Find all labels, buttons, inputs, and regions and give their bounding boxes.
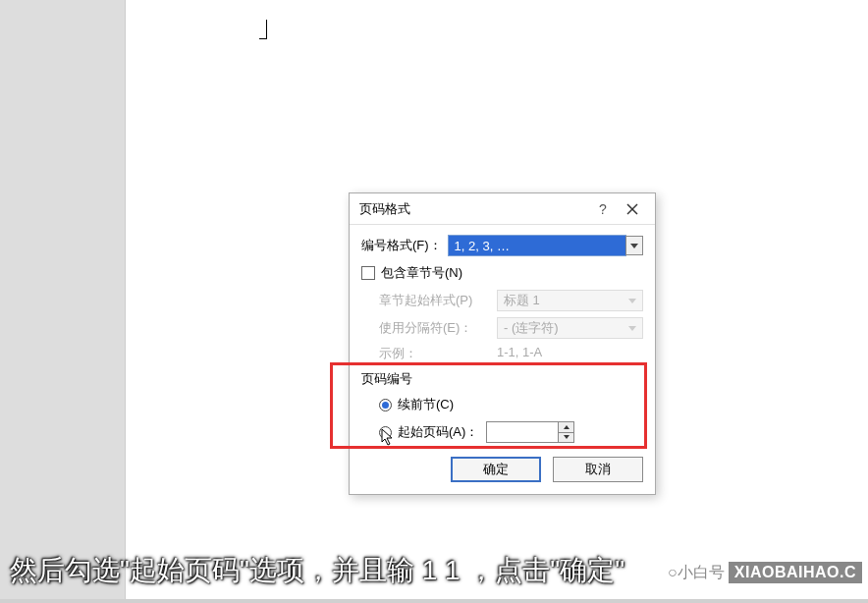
logo-url: XIAOBAIHAO.C: [729, 562, 862, 583]
number-format-row: 编号格式(F)： 1, 2, 3, …: [361, 235, 643, 256]
triangle-up-icon: [564, 425, 570, 429]
continue-label: 续前节(C): [398, 396, 454, 413]
close-icon: [626, 203, 638, 215]
logo-watermark: ○小白号 XIAOBAIHAO.C: [668, 562, 862, 583]
example-label: 示例：: [379, 345, 497, 362]
chevron-down-icon: [630, 244, 638, 248]
chapter-start-label: 章节起始样式(P): [379, 292, 497, 309]
tutorial-subtitle: 然后勾选"起始页码"选项，并且输 1 1 ，点击"确定": [10, 552, 624, 589]
dialog-title: 页码格式: [359, 200, 588, 218]
dialog-buttons: 确定 取消: [361, 457, 643, 482]
spinner-buttons: [558, 422, 573, 442]
chapter-start-row: 章节起始样式(P) 标题 1: [379, 290, 643, 311]
number-format-select[interactable]: 1, 2, 3, …: [448, 235, 626, 256]
continue-radio-row: 续前节(C): [379, 396, 643, 413]
separator-label: 使用分隔符(E)：: [379, 319, 497, 337]
chapter-start-select: 标题 1: [497, 290, 643, 311]
number-format-value: 1, 2, 3, …: [455, 239, 510, 253]
page-number-section-label: 页码编号: [361, 370, 643, 388]
start-at-input[interactable]: [486, 421, 574, 443]
number-format-label: 编号格式(F)：: [361, 237, 442, 254]
page-number-format-dialog: 页码格式 ? 编号格式(F)： 1, 2, 3, … 包含章节号(N) 章节起始…: [349, 192, 656, 495]
dialog-titlebar: 页码格式 ?: [350, 193, 655, 225]
left-panel: [0, 0, 125, 603]
include-chapter-checkbox[interactable]: [361, 266, 375, 280]
include-chapter-row: 包含章节号(N): [361, 264, 643, 282]
help-button[interactable]: ?: [588, 194, 618, 224]
dialog-body: 编号格式(F)： 1, 2, 3, … 包含章节号(N) 章节起始样式(P) 标…: [350, 225, 655, 494]
status-bar: [0, 599, 868, 603]
triangle-down-icon: [564, 435, 570, 439]
start-at-radio-row: 起始页码(A)：: [379, 421, 643, 443]
close-button[interactable]: [618, 194, 647, 224]
number-format-dropdown-button[interactable]: [625, 236, 643, 255]
continue-radio[interactable]: [379, 399, 392, 411]
chevron-down-icon: [628, 326, 636, 331]
example-value: 1-1, 1-A: [497, 345, 542, 362]
separator-select: - (连字符): [497, 317, 643, 339]
chapter-start-value: 标题 1: [504, 292, 540, 309]
start-at-value: [487, 422, 558, 442]
start-at-radio[interactable]: [379, 426, 392, 439]
spinner-up[interactable]: [559, 422, 573, 433]
include-chapter-label: 包含章节号(N): [381, 264, 462, 282]
cancel-button[interactable]: 取消: [553, 457, 643, 482]
example-row: 示例： 1-1, 1-A: [379, 345, 643, 362]
ok-button[interactable]: 确定: [451, 457, 541, 482]
separator-value: - (连字符): [504, 319, 559, 337]
text-cursor: [259, 20, 267, 39]
spinner-down[interactable]: [559, 433, 573, 443]
start-at-label: 起始页码(A)：: [398, 423, 478, 441]
separator-row: 使用分隔符(E)： - (连字符): [379, 317, 643, 339]
logo-cn: ○小白号: [668, 563, 725, 583]
chevron-down-icon: [628, 299, 636, 303]
chapter-subsection: 章节起始样式(P) 标题 1 使用分隔符(E)： - (连字符) 示例： 1-1…: [379, 290, 643, 362]
